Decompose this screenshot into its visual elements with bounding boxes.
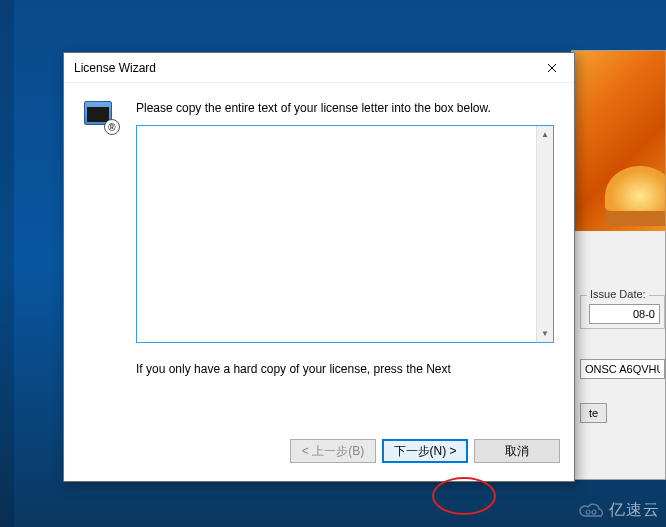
svg-point-1 <box>592 510 596 514</box>
next-button[interactable]: 下一步(N) > <box>382 439 468 463</box>
te-button[interactable]: te <box>580 403 607 423</box>
window-title: License Wizard <box>74 61 532 75</box>
wizard-button-row: < 上一步(B) 下一步(N) > 取消 <box>64 429 574 481</box>
left-edge-shadow <box>0 0 14 527</box>
scroll-down-icon[interactable]: ▼ <box>537 325 553 342</box>
cancel-button[interactable]: 取消 <box>474 439 560 463</box>
titlebar: License Wizard <box>64 53 574 83</box>
svg-point-0 <box>586 510 590 514</box>
scroll-up-icon[interactable]: ▲ <box>537 126 553 143</box>
background-license-panel: Issue Date: te <box>571 50 666 480</box>
license-key-field[interactable] <box>580 359 665 379</box>
license-text-container: ▲ ▼ <box>136 125 554 343</box>
hint-text: If you only have a hard copy of your lic… <box>136 361 554 378</box>
issue-date-field[interactable] <box>589 304 660 324</box>
issue-date-label: Issue Date: <box>587 288 649 300</box>
watermark: 亿速云 <box>577 500 660 521</box>
license-wizard-dialog: License Wizard ® Please copy the entire … <box>63 52 575 482</box>
background-banner-image <box>572 51 665 231</box>
wizard-icon: ® <box>84 101 118 131</box>
back-button: < 上一步(B) <box>290 439 376 463</box>
watermark-text: 亿速云 <box>609 500 660 521</box>
instruction-text: Please copy the entire text of your lice… <box>136 101 554 115</box>
close-icon <box>547 63 557 73</box>
close-button[interactable] <box>532 54 572 82</box>
cloud-icon <box>577 502 605 520</box>
license-textarea[interactable] <box>137 126 536 342</box>
textarea-scrollbar[interactable]: ▲ ▼ <box>536 126 553 342</box>
issue-date-group: Issue Date: <box>580 295 665 329</box>
annotation-circle <box>432 477 496 515</box>
